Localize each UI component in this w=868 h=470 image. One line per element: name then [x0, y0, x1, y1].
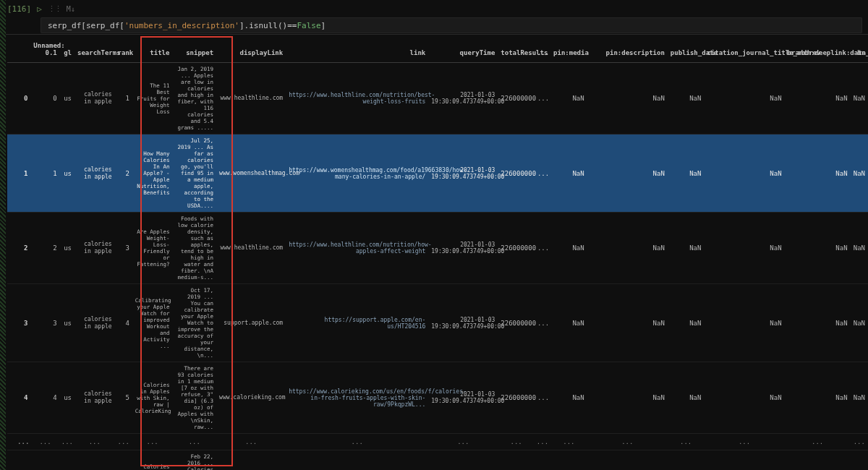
col-ellipsis: ... [535, 36, 550, 63]
cell-toolbar: [116] ▷ ⋮⋮ M↓ [7, 4, 862, 14]
col-citation: citation_journal_title_abbrev [704, 36, 784, 63]
table-row[interactable]: 11uscalories in apple2How Many Calories … [7, 134, 868, 213]
table-row[interactable]: 22uscalories in apple3Are Apples Weight-… [7, 213, 868, 284]
col-index [7, 36, 30, 63]
ellipsis-row: ........................................… [7, 434, 868, 450]
table-header-row: Unnamed: 0.1 gl searchTerms rank title s… [7, 36, 868, 63]
col-unnamed: Unnamed: 0.1 [30, 36, 59, 63]
col-gl: gl [60, 36, 75, 63]
col-totalResults: totalResults [498, 36, 535, 63]
col-link: link [286, 36, 428, 63]
col-pin-media: pin:media [550, 36, 587, 63]
col-publish-date: publish_date [668, 36, 705, 63]
col-snippet: snippet [172, 36, 216, 63]
col-title: title [132, 36, 173, 63]
markdown-toggle[interactable]: M↓ [67, 5, 75, 13]
drag-handle-icon[interactable]: ⋮⋮ [48, 4, 61, 14]
table-row[interactable]: 8905985uscalories in pitanga6Calories in… [7, 450, 868, 471]
col-branch: branch:deeplink:data_type [785, 36, 851, 63]
table-row[interactable]: 44uscalories in apple5Calories in Apples… [7, 362, 868, 434]
exec-count-label: [116] [7, 4, 31, 14]
play-icon[interactable]: ▷ [37, 4, 42, 14]
col-queryTime: queryTime [428, 36, 498, 63]
col-searchTerms: searchTerms [75, 36, 115, 63]
output-dataframe: Unnamed: 0.1 gl searchTerms rank title s… [7, 36, 868, 470]
code-input[interactable]: serp_df [ serp_df [ 'numbers_in_descript… [41, 17, 862, 33]
gutter-stripe [0, 0, 6, 470]
col-pin-description: pin:description [587, 36, 668, 63]
table-row[interactable]: 33uscalories in apple4Calibrating your A… [7, 284, 868, 362]
col-displayLink: displayLink [216, 36, 286, 63]
col-rank: rank [115, 36, 132, 63]
dataframe-table: Unnamed: 0.1 gl searchTerms rank title s… [7, 36, 868, 470]
table-row[interactable]: 00uscalories in apple1The 11 Best Fruits… [7, 63, 868, 134]
cell-divider [6, 34, 868, 35]
